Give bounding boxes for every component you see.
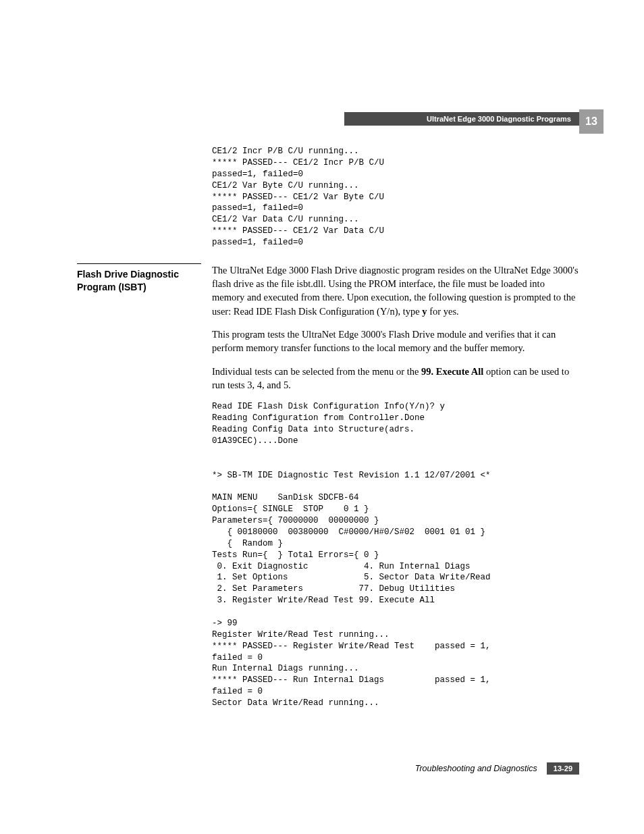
page-header: UltraNet Edge 3000 Diagnostic Programs 1… (77, 112, 603, 136)
para3-bold-exec: 99. Execute All (421, 366, 483, 377)
body-paragraph-3: Individual tests can be selected from th… (212, 365, 579, 392)
para1-bold-y: y (422, 306, 427, 317)
chapter-number-tab: 13 (579, 109, 603, 134)
running-title: UltraNet Edge 3000 Diagnostic Programs (344, 112, 579, 126)
page: UltraNet Edge 3000 Diagnostic Programs 1… (0, 0, 644, 834)
code-output-bottom: Read IDE Flash Disk Configuration Info(Y… (212, 401, 579, 709)
para1-text-b: for yes. (427, 306, 459, 317)
section-side-heading: Flash Drive Diagnostic Program (ISBT) (77, 263, 201, 294)
footer-title: Troubleshooting and Diagnostics (415, 764, 537, 773)
para3-text-a: Individual tests can be selected from th… (212, 366, 421, 377)
para1-text-a: The UltraNet Edge 3000 Flash Drive diagn… (212, 265, 579, 317)
code-output-top: CE1/2 Incr P/B C/U running... ***** PASS… (212, 146, 579, 249)
page-footer: Troubleshooting and Diagnostics 13-29 (77, 762, 579, 775)
body-paragraph-1: The UltraNet Edge 3000 Flash Drive diagn… (212, 263, 579, 318)
footer-page-number: 13-29 (547, 762, 579, 775)
content-area: CE1/2 Incr P/B C/U running... ***** PASS… (77, 146, 579, 724)
body-paragraph-2: This program tests the UltraNet Edge 300… (212, 328, 579, 355)
